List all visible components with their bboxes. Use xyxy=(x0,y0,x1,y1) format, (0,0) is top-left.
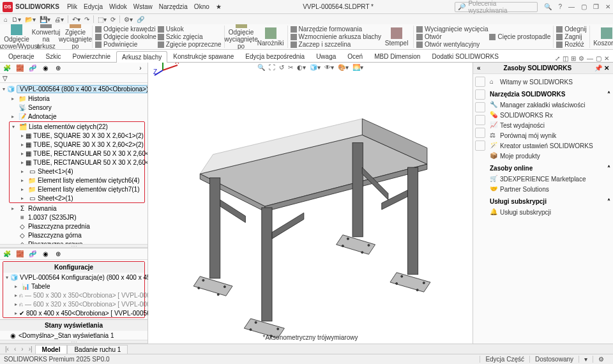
cutlist-item[interactable]: ▸▦TUBE, SQUARE 30 X 30 X 2,60<2>(2) xyxy=(19,140,144,149)
extruded-cut-button[interactable]: Wyciągnięcie wycięcia xyxy=(416,26,488,33)
tool-link[interactable]: 📦Moje produkty xyxy=(490,151,610,161)
maximize-icon[interactable]: ▢ xyxy=(581,3,587,10)
minimize-icon[interactable]: — xyxy=(568,3,575,10)
welcome-link[interactable]: ⌂Witamy w SOLIDWORKS xyxy=(490,77,610,87)
minimize-panel-icon[interactable]: — xyxy=(587,55,593,62)
restore-panel-icon[interactable]: ▢ xyxy=(596,55,602,62)
nav-appearances-icon[interactable] xyxy=(475,128,485,138)
chevron-up-icon[interactable]: ˄ xyxy=(607,165,610,172)
jog-button[interactable]: Uskok xyxy=(158,26,222,33)
tab-addins[interactable]: Dodatki SOLIDWORKS xyxy=(426,50,504,62)
nav-view-palette-icon[interactable] xyxy=(475,115,485,125)
menu-file[interactable]: Plik xyxy=(67,3,77,10)
gusset-button[interactable]: Wzmocnienie arkusza blachy xyxy=(291,33,382,40)
layout-icon[interactable]: ◫ xyxy=(563,55,568,62)
menu-tools[interactable]: Narzędzia xyxy=(159,3,188,10)
config-item-active[interactable]: ▸✔800 x 400 x 450<Obrobiona> [ VVPL-0005… xyxy=(12,308,144,317)
sketched-bend-button[interactable]: Szkic zgięcia xyxy=(158,33,222,40)
nav-file-explorer-icon[interactable] xyxy=(475,102,485,112)
lofted-bend-button[interactable]: Zgięcie wyciągniętepo profilach xyxy=(61,24,89,50)
tab-nav-prev-icon[interactable]: ‹ xyxy=(11,345,19,353)
close-icon[interactable]: ✕ xyxy=(605,3,610,10)
flatten-button[interactable]: Rozłóż xyxy=(556,41,586,48)
tool-link[interactable]: ⚖Porównaj mój wynik xyxy=(490,130,610,140)
tab-sketch[interactable]: Szkic xyxy=(40,50,67,62)
tree-material[interactable]: ≡1.0037 (S235JR) xyxy=(9,213,148,222)
nav-home-icon[interactable] xyxy=(475,77,485,87)
redo-icon[interactable]: ↷ xyxy=(84,16,89,23)
tab-nav-last-icon[interactable]: ›| xyxy=(26,345,35,353)
hole-button[interactable]: Otwór xyxy=(416,33,488,40)
cutlist-item[interactable]: ▸▭Sheet<1>(4) xyxy=(19,167,144,176)
expand-icon[interactable]: ⤢ xyxy=(555,55,560,62)
online-link[interactable]: 🛒3DEXPERIENCE Marketplace xyxy=(490,174,610,184)
tree-plane-front[interactable]: ◇Płaszczyzna przednia xyxy=(9,222,148,231)
fold-button[interactable]: Zagnij xyxy=(556,33,586,40)
options-icon[interactable]: ⚙▾ xyxy=(124,16,133,23)
menu-insert[interactable]: Wstaw xyxy=(133,3,153,10)
nav-design-library-icon[interactable] xyxy=(475,89,485,100)
orientation-triad-icon[interactable]: Y X Z xyxy=(153,63,473,332)
collapse-icon[interactable]: ▾ xyxy=(3,86,5,92)
tab-nav-next-icon[interactable]: › xyxy=(19,345,26,353)
corners-button[interactable]: Narożniki xyxy=(257,27,285,47)
menu-view[interactable]: Widok xyxy=(109,3,127,10)
chevron-up-icon[interactable]: ˄ xyxy=(607,198,610,205)
unfold-button[interactable]: Odegnij xyxy=(556,26,586,33)
cutlist-item[interactable]: ▸▭Sheet<2>(1) xyxy=(19,193,144,202)
cutlist-item[interactable]: ▸📁Element listy elementów ciętych6(4) xyxy=(19,176,144,185)
close-panel-icon[interactable]: ✕ xyxy=(604,55,609,62)
vent-button[interactable]: Otwór wentylacyjny xyxy=(416,41,488,48)
costing-button[interactable]: Koszorys xyxy=(593,27,613,47)
rebuild-icon[interactable]: ⟳ xyxy=(110,16,116,23)
chevron-right-icon[interactable]: › xyxy=(136,64,145,73)
magnify-icon[interactable]: 🔍 xyxy=(544,3,552,10)
forming-tool-button[interactable]: Narzędzie formowania xyxy=(291,26,382,33)
cross-break-button[interactable]: Zgięcie poprzeczne xyxy=(158,41,222,48)
fm-tab-property-icon[interactable]: 🧱 xyxy=(15,64,24,73)
tool-link[interactable]: 📈Test wydajności xyxy=(490,120,610,130)
print-icon[interactable]: 🖨▾ xyxy=(54,16,64,23)
edge-flange-button[interactable]: Odgięcie krawędzi xyxy=(95,26,156,33)
tool-link[interactable]: 🪄Kreator ustawień SOLIDWORKS xyxy=(490,140,610,151)
config-tables[interactable]: ▸📊Tabele xyxy=(12,282,144,291)
tab-surfaces[interactable]: Powierzchnie xyxy=(66,50,116,62)
tree-equations[interactable]: ▸ΣRównania xyxy=(9,204,148,213)
tree-root[interactable]: ▾ 🧊 VVPL-000564 (800 x 400 x 450<Obrobio… xyxy=(0,84,148,94)
select-icon[interactable]: ⬚▾ xyxy=(98,16,107,23)
subscription-link[interactable]: 🔔Usługi subskrypcji xyxy=(490,207,610,217)
bottom-tab-motion[interactable]: Badanie ruchu 1 xyxy=(67,345,128,354)
help-icon[interactable]: ? xyxy=(558,3,562,10)
base-flange-button[interactable]: Odgięciebazowe/Wypust xyxy=(3,24,31,50)
cfg-tab-config-icon[interactable]: 🧬 xyxy=(28,250,37,259)
viewport-icon[interactable]: ⊞ xyxy=(571,55,576,62)
convert-sheetmetal-button[interactable]: Konwertuj naarkusz blachy xyxy=(32,24,60,50)
tree-history[interactable]: ▸📁Historia xyxy=(9,94,148,103)
tool-link[interactable]: 🔧Manager zakładki właściwości xyxy=(490,100,610,110)
tree-annotations[interactable]: ▸📝Adnotacje xyxy=(9,112,148,121)
hem-button[interactable]: Podwinięcie xyxy=(95,41,156,48)
cfg-tab-dim-icon[interactable]: ⊕ xyxy=(54,250,63,259)
link-icon[interactable]: 🔗 xyxy=(137,16,144,23)
cutlist-item[interactable]: ▸▦TUBE, RECTANGULAR 50 X 30 X 2,60<2>(4) xyxy=(19,158,144,167)
config-item[interactable]: ▸⎌—600 x 320 x 350<Obrobiona> [ VVPL-000… xyxy=(12,300,144,308)
miter-flange-button[interactable]: Odgięcie dookolne xyxy=(95,33,156,40)
home-icon[interactable]: ⌂ xyxy=(4,16,8,23)
open-icon[interactable]: 📂▾ xyxy=(25,16,36,23)
restore-icon[interactable]: ❐ xyxy=(593,3,599,10)
cutlist-item[interactable]: ▸📁Element listy elementów ciętych7(1) xyxy=(19,185,144,193)
tab-nav-first-icon[interactable]: |‹ xyxy=(3,345,11,353)
tab-mbd[interactable]: MBD Dimension xyxy=(368,50,426,62)
tab-sheetmetal[interactable]: Arkusz blachy xyxy=(116,51,167,63)
normal-cut-button[interactable]: Cięcie prostopadle xyxy=(489,33,550,40)
fm-tab-display-icon[interactable]: ◉ xyxy=(41,64,50,73)
online-link[interactable]: 🤝Partner Solutions xyxy=(490,184,610,194)
3d-viewport[interactable]: 🔍 ⛶ ↺ ✂ ◐▾ 🧊▾ 👁▾ 🎨▾ 🌅▾ xyxy=(148,63,473,344)
tab-weldments[interactable]: Konstrukcje spawane xyxy=(167,50,239,62)
undo-icon[interactable]: ↶▾ xyxy=(72,16,80,23)
cutlist-item[interactable]: ▸▦TUBE, RECTANGULAR 50 X 30 X 2,60<1>(4) xyxy=(19,149,144,158)
menu-edit[interactable]: Edycja xyxy=(84,3,103,10)
fm-tab-dim-icon[interactable]: ⊕ xyxy=(54,64,63,73)
new-icon[interactable]: 🗋▾ xyxy=(11,16,21,23)
command-search[interactable]: 🔎 Polecenia wyszukiwania xyxy=(455,2,538,12)
